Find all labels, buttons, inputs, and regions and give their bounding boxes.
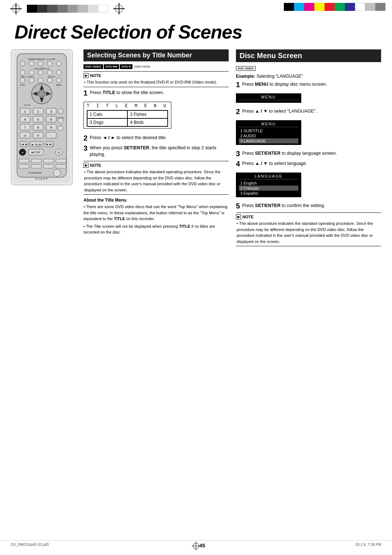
svg-point-9 (29, 70, 34, 75)
svg-point-11 (47, 70, 52, 75)
svg-point-15 (20, 78, 25, 83)
disc-note-text: • The above procedure indicates the stan… (236, 220, 381, 244)
disc-step-2-text: Press ▲ / ▼ to select "LANGUAGE". (242, 108, 381, 115)
disc-step-2: 2 Press ▲ / ▼ to select "LANGUAGE". (236, 108, 381, 115)
svg-text:-- ←: -- ← (49, 134, 53, 136)
svg-text:BKUP SKIP: BKUP SKIP (48, 76, 56, 78)
step-1-text: Press TITLE to show the title screen. (90, 89, 229, 96)
svg-text:0: 0 (37, 134, 39, 137)
right-section-header: Disc Menu Screen (236, 49, 381, 62)
disc-note-box: ▶ NOTE • The above procedure indicates t… (236, 212, 381, 246)
svg-text:TITLE: TITLE (20, 84, 25, 86)
lang-item-espanol: 3 Español (239, 191, 298, 196)
title-menu-box: T I T L E M E N U 1 Cats 2 Fishes 3 Dogs… (83, 102, 171, 129)
disc-step-2-num: 2 (236, 108, 240, 115)
note-label-1: ▶ NOTE (83, 73, 229, 78)
svg-text:4: 4 (24, 118, 26, 121)
svg-text:ENTER: ENTER (39, 94, 44, 96)
about-text-1: • There are some DVD video discs that us… (83, 204, 229, 222)
svg-rect-77 (31, 165, 41, 168)
svg-point-81 (53, 169, 61, 177)
title-menu-grid: 1 Cats 2 Fishes 3 Dogs 4 Birds (87, 110, 168, 127)
example-text: Example: Selecting "LANGUAGE" (236, 74, 381, 79)
lang-item-english: 1 English (239, 181, 298, 186)
svg-text:SET/: SET/ (40, 92, 44, 93)
svg-point-6 (56, 61, 61, 66)
disc-step-1: 1 Press MENU to display disc menu screen… (236, 81, 381, 88)
menu-item-subtitle: 1 SUBTITLE (239, 128, 298, 133)
svg-rect-79 (56, 165, 66, 168)
svg-rect-75 (56, 159, 66, 163)
note-label-2: ▶ NOTE (83, 163, 229, 168)
dvd-video-badge: DVD VIDEO (83, 64, 103, 69)
title-cell-1: 1 Cats (87, 110, 127, 118)
svg-text:VIDEO TUNE INPUT: VIDEO TUNE INPUT (21, 76, 34, 78)
svg-point-37 (58, 109, 63, 114)
note-box-2: ▶ NOTE • The above procedure indicates t… (83, 161, 229, 195)
disc-step-4-text: Press ▲ / ▼ to select language. (242, 160, 381, 167)
disc-dvd-badge: DVD VIDEO (236, 66, 256, 71)
content-area: POWER TIMER REC ▲/▼ STEP ANGLE AUDIO ● C… (0, 49, 392, 248)
svg-rect-78 (44, 165, 54, 168)
dvd-rw-badge: DVD RW (104, 64, 119, 69)
note-icon-1: ▶ (83, 73, 89, 78)
svg-point-45 (58, 118, 63, 123)
svg-point-19 (56, 78, 61, 83)
svg-text:► PLAY: ► PLAY (31, 143, 42, 146)
menu-screen-2-title: MENU (239, 122, 298, 127)
title-cell-2: 2 Fishes (127, 110, 168, 118)
step-3-text: When you press SET/ENTER, the title spec… (90, 145, 229, 158)
step-2-num: 2 (83, 134, 87, 142)
svg-text:10: 10 (24, 134, 26, 137)
svg-text:9: 9 (50, 126, 52, 129)
svg-point-10 (38, 70, 43, 75)
disc-step-5-text: Press SET/ENTER to confirm the setting. (242, 202, 381, 209)
about-text-2: • The Title screen will not be displayed… (83, 223, 229, 235)
remote-column: POWER TIMER REC ▲/▼ STEP ANGLE AUDIO ● C… (11, 49, 76, 248)
disc-step-1-num: 1 (236, 81, 240, 88)
svg-point-53 (58, 126, 63, 131)
svg-point-8 (20, 70, 25, 75)
page-title: Direct Selection of Scenes (0, 15, 392, 46)
svg-point-17 (38, 78, 43, 83)
step-3: 3 When you press SET/ENTER, the title sp… (83, 145, 229, 158)
title-cell-3: 3 Dogs (87, 118, 127, 126)
svg-text:MENU: MENU (56, 84, 62, 86)
svg-text:TV CONTROL: TV CONTROL (28, 172, 42, 174)
title-menu-header: T I T L E M E N U (87, 104, 168, 109)
disc-step-5-num: 5 (236, 202, 240, 210)
note-text-2: • The above procedure indicates the stan… (83, 169, 229, 193)
svg-rect-72 (19, 159, 29, 163)
middle-column: Selecting Scenes by Title Number DVD VID… (83, 49, 229, 248)
reg-crosshair-left (10, 3, 22, 15)
about-title: About the Title Menu (83, 198, 229, 203)
svg-text:ANGLE AUDIO  ● CH: ANGLE AUDIO ● CH (34, 68, 49, 70)
svg-text:7: 7 (24, 126, 26, 129)
video-mode-label: VIDEO MODE (134, 65, 150, 68)
reg-marks-left (7, 3, 128, 15)
svg-text:II: II (58, 151, 60, 154)
note-box-1: ▶ NOTE • This function only work on the … (83, 71, 229, 87)
svg-point-12 (56, 70, 61, 75)
dvd-badges: DVD VIDEO DVD RW DVD R VIDEO MODE (83, 64, 229, 69)
svg-text:1: 1 (24, 110, 26, 113)
disc-dvd-badge-wrapper: DVD VIDEO (236, 65, 381, 72)
disc-step-4-num: 4 (236, 160, 240, 167)
step-2: 2 Press ◄ / ► to select the desired titl… (83, 134, 229, 142)
svg-text:5: 5 (37, 118, 39, 121)
disc-step-3-num: 3 (236, 150, 240, 157)
color-blocks (284, 3, 385, 11)
svg-point-3 (29, 61, 34, 66)
step-3-num: 3 (83, 145, 87, 152)
dvd-r-badge: DVD R (120, 64, 132, 69)
menu-screen-2: MENU 1 SUBTITLE 2 AUDIO 3 LANGUAGE (236, 120, 301, 145)
lang-screen-title: LANGUAGE (239, 174, 298, 179)
remote-svg: POWER TIMER REC ▲/▼ STEP ANGLE AUDIO ● C… (13, 52, 70, 183)
step-1-num: 1 (83, 89, 87, 97)
svg-text:3: 3 (50, 110, 52, 113)
disc-step-3-text: Press SET/ENTER to display language scre… (242, 150, 381, 157)
svg-text:2: 2 (37, 110, 39, 113)
note-icon-2: ▶ (83, 163, 89, 168)
disc-note-icon: ▶ (236, 214, 241, 219)
note-text-1: • This function only work on the finaliz… (83, 79, 229, 85)
